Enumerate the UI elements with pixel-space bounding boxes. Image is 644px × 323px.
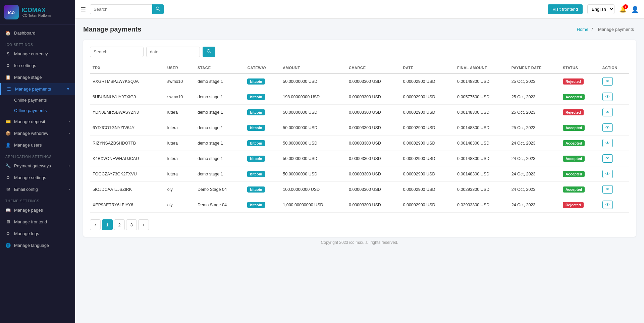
notification-icon[interactable]: 🔔 3: [619, 6, 627, 13]
col-payment-date: PAYMENT DATE: [509, 62, 560, 73]
filter-date-input[interactable]: [146, 47, 200, 57]
cell-stage: demo stage 1: [195, 73, 245, 89]
cell-trx: 6YDJCO1GNYZIV64Y: [90, 120, 165, 136]
brand-name: ICOMAX: [21, 7, 51, 14]
section-label-ico: ICO SETTINGS: [0, 39, 75, 48]
cell-charge: 0.00003300 USD: [346, 105, 400, 120]
cell-user: oly: [165, 197, 195, 213]
chevron-right-icon: ›: [69, 120, 70, 123]
sidebar-item-email-config[interactable]: ✉ Email config ›: [0, 183, 75, 195]
cell-charge: 0.00003300 USD: [346, 89, 400, 105]
sidebar-item-manage-deposit[interactable]: 💳 Manage deposit ›: [0, 116, 75, 127]
col-amount: AMOUNT: [280, 62, 346, 73]
cell-stage: demo stage 1: [195, 89, 245, 105]
cell-amount: 100.00000000 USD: [280, 182, 346, 197]
sidebar-item-manage-frontend[interactable]: 🖥 Manage frontend: [0, 216, 75, 228]
pagination-next-button[interactable]: ›: [138, 219, 149, 230]
cell-amount: 1,000.00000000 USD: [280, 197, 346, 213]
sidebar-subitem-offline-payments[interactable]: Offline payments: [0, 105, 75, 116]
breadcrumb-home[interactable]: Home: [577, 27, 589, 32]
sidebar-item-manage-language[interactable]: 🌐 Manage language: [0, 239, 75, 251]
view-button[interactable]: 👁: [602, 154, 613, 163]
cell-status: Rejected: [560, 197, 600, 213]
pagination-page-1[interactable]: 1: [102, 219, 113, 230]
view-button[interactable]: 👁: [602, 123, 613, 132]
cell-status: Rejected: [560, 105, 600, 120]
view-button[interactable]: 👁: [602, 108, 613, 116]
cell-amount: 50.00000000 USD: [280, 73, 346, 89]
view-button[interactable]: 👁: [602, 93, 613, 101]
cell-amount: 50.00000000 USD: [280, 151, 346, 166]
pagination-prev-button[interactable]: ‹: [90, 219, 101, 230]
hamburger-button[interactable]: ☰: [80, 6, 86, 13]
gateway-badge: bitcoin: [247, 125, 265, 131]
cell-payment-date: 24 Oct, 2023: [509, 166, 560, 182]
view-button[interactable]: 👁: [602, 139, 613, 147]
cell-trx: RIZYNSAZBSHDO7TB: [90, 136, 165, 151]
cell-final-amount: 0.00148300 USD: [454, 120, 509, 136]
language-selector[interactable]: English: [587, 4, 614, 14]
sidebar-item-label: Manage stage: [14, 75, 42, 80]
visit-frontend-button[interactable]: Visit frontend: [548, 4, 583, 14]
sidebar-item-manage-users[interactable]: 👤 Manage users: [0, 139, 75, 151]
sidebar-subitem-online-payments[interactable]: Online payments: [0, 95, 75, 105]
sidebar-item-label: Manage withdraw: [14, 131, 48, 136]
table-row: 6YDJCO1GNYZIV64Y lutera demo stage 1 bit…: [90, 120, 629, 136]
view-button[interactable]: 👁: [602, 201, 613, 209]
col-stage: STAGE: [195, 62, 245, 73]
filter-search-input[interactable]: [90, 47, 144, 57]
cell-status: Accepted: [560, 151, 600, 166]
gear-icon: ⚙: [5, 63, 11, 68]
cell-final-amount: 0.00577500 USD: [454, 89, 509, 105]
sidebar-item-manage-logs[interactable]: ⚙ Manage logs: [0, 228, 75, 239]
cell-amount: 50.00000000 USD: [280, 166, 346, 182]
sidebar-item-manage-pages[interactable]: 📖 Manage pages: [0, 204, 75, 216]
view-button[interactable]: 👁: [602, 170, 613, 178]
status-badge: Accepted: [563, 171, 585, 177]
table-row: YDN0EMRSBWASYZN3 lutera demo stage 1 bit…: [90, 105, 629, 120]
sidebar-item-manage-stage[interactable]: 📋 Manage stage: [0, 71, 75, 83]
sidebar-item-label: Manage settings: [14, 175, 46, 180]
pagination-page-2[interactable]: 2: [114, 219, 125, 230]
status-badge: Rejected: [563, 78, 584, 85]
sidebar-item-manage-currency[interactable]: $ Manage currency: [0, 48, 75, 60]
sidebar-item-label: Manage users: [14, 143, 42, 148]
monitor-icon: 🖥: [5, 219, 11, 224]
sidebar-item-label: Payment gateways: [14, 163, 51, 168]
user-avatar-icon[interactable]: 👤: [631, 6, 639, 13]
cell-rate: 0.00002900 USD: [400, 166, 455, 182]
sidebar-item-ico-settings[interactable]: ⚙ Ico settings: [0, 60, 75, 71]
cell-gateway: bitcoin: [245, 197, 280, 213]
clipboard-icon: 📋: [5, 75, 11, 80]
cell-stage: demo stage 1: [195, 151, 245, 166]
pagination-page-3[interactable]: 3: [126, 219, 137, 230]
gateway-badge: bitcoin: [247, 140, 265, 146]
svg-text:ICO: ICO: [8, 11, 15, 15]
payments-card: TRX USER STAGE GATEWAY AMOUNT CHARGE RAT…: [83, 40, 636, 237]
cell-charge: 0.00003300 USD: [346, 73, 400, 89]
sidebar-item-dashboard[interactable]: 🏠 Dashboard: [0, 27, 75, 39]
payments-table: TRX USER STAGE GATEWAY AMOUNT CHARGE RAT…: [90, 62, 629, 213]
sidebar-item-manage-withdraw[interactable]: 📦 Manage withdraw ›: [0, 127, 75, 139]
view-button[interactable]: 👁: [602, 77, 613, 86]
book-icon: 📖: [5, 208, 11, 213]
deposit-icon: 💳: [5, 119, 11, 124]
svg-point-2: [156, 7, 159, 9]
gateway-badge: bitcoin: [247, 156, 265, 162]
sidebar-item-manage-settings[interactable]: ⚙ Manage settings: [0, 172, 75, 183]
filter-search-button[interactable]: [203, 47, 215, 57]
sidebar-item-manage-payments[interactable]: ☰ Manage payments ▼: [0, 83, 75, 95]
col-user: USER: [165, 62, 195, 73]
cell-rate: 0.00002900 USD: [400, 73, 455, 89]
cell-rate: 0.00002900 USD: [400, 151, 455, 166]
chevron-right-icon: ›: [69, 131, 70, 135]
sidebar-item-payment-gateways[interactable]: 🔧 Payment gateways ›: [0, 160, 75, 172]
cell-stage: demo stage 1: [195, 136, 245, 151]
home-icon: 🏠: [5, 31, 11, 36]
navbar-search-button[interactable]: [152, 4, 164, 14]
view-button[interactable]: 👁: [602, 185, 613, 194]
cell-final-amount: 0.00148300 USD: [454, 151, 509, 166]
cell-stage: Demo Stage 04: [195, 182, 245, 197]
cell-payment-date: 24 Oct, 2023: [509, 197, 560, 213]
cell-trx: 6UBUNNUVUY9TXIG9: [90, 89, 165, 105]
